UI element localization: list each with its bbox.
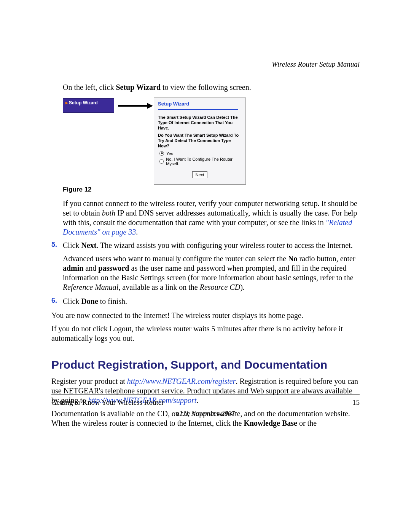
text: Register your product at [51, 377, 127, 385]
radio-icon [159, 159, 164, 164]
figure-caption: Figure 12 [63, 186, 360, 193]
text: Click [63, 297, 81, 305]
cannot-connect-paragraph: If you cannot connect to the wireless ro… [63, 199, 360, 237]
text: to finish. [98, 297, 127, 305]
text-italic: both [102, 209, 116, 217]
text-bold: Done [81, 297, 98, 305]
text: or the [297, 419, 317, 427]
text: . The wizard assists you with configurin… [96, 241, 352, 249]
register-link[interactable]: http://www.NETGEAR.com/register [127, 377, 236, 385]
radio-no[interactable]: No. I Want To Configure The Router Mysel… [159, 157, 242, 166]
panel-text-1: The Smart Setup Wizard Can Detect The Ty… [158, 115, 242, 131]
text-bold: password [98, 264, 129, 272]
radio-no-label: No. I Want To Configure The Router Mysel… [166, 157, 242, 166]
setup-wizard-panel: Setup Wizard The Smart Setup Wizard Can … [154, 97, 246, 185]
radio-icon [159, 151, 164, 156]
bullet-icon: ▸ [65, 100, 69, 105]
text-italic: Reference Manual [63, 283, 118, 291]
step-6: 6. Click Done to finish. [51, 297, 360, 306]
text: radio button, enter [297, 254, 355, 263]
section-heading: Product Registration, Support, and Docum… [51, 358, 360, 371]
panel-text-2: Do You Want The Smart Setup Wizard To Tr… [158, 133, 242, 149]
next-button[interactable]: Next [192, 171, 208, 178]
figure-12: ▸Setup Wizard Setup Wizard The Smart Set… [63, 97, 360, 181]
intro-paragraph: On the left, click Setup Wizard to view … [63, 83, 360, 92]
step-5: 5. Click Next. The wizard assists you wi… [51, 241, 360, 292]
text-bold: Knowledge Base [244, 419, 297, 427]
text: Advanced users who want to manually conf… [63, 254, 288, 263]
text-bold: admin [63, 264, 83, 272]
step-number: 5. [51, 241, 57, 249]
connected-paragraph: You are now connected to the Internet! T… [51, 311, 360, 320]
arrow-icon [118, 104, 154, 108]
step-number: 6. [51, 297, 57, 305]
text: ). [240, 283, 245, 291]
text: , available as a link on the [118, 283, 199, 291]
radio-yes[interactable]: Yes [159, 151, 242, 156]
intro-post: to view the following screen. [161, 83, 251, 91]
logout-paragraph: If you do not click Logout, the wireless… [51, 324, 360, 343]
panel-rule [158, 109, 238, 110]
nav-label: Setup Wizard [69, 100, 98, 105]
running-head: Wireless Router Setup Manual [51, 60, 360, 69]
text-bold: No [288, 254, 297, 263]
text-bold: Next [81, 241, 96, 249]
panel-title: Setup Wizard [158, 101, 242, 107]
text-italic: Resource CD [200, 283, 240, 291]
header-rule [51, 71, 360, 71]
footer-version: v1.0, November 2007 [0, 410, 411, 418]
footer-rule [51, 395, 360, 395]
text: . [196, 396, 198, 404]
text: and [83, 264, 98, 272]
radio-yes-label: Yes [166, 151, 173, 156]
setup-wizard-nav-item[interactable]: ▸Setup Wizard [63, 98, 114, 113]
text: Click [63, 241, 81, 249]
intro-bold: Setup Wizard [116, 83, 161, 91]
footer-left: Getting to Know Your Wireless Router [51, 398, 164, 407]
intro-pre: On the left, click [63, 83, 116, 91]
footer-page-number: 15 [352, 398, 360, 407]
text: . [136, 228, 138, 236]
